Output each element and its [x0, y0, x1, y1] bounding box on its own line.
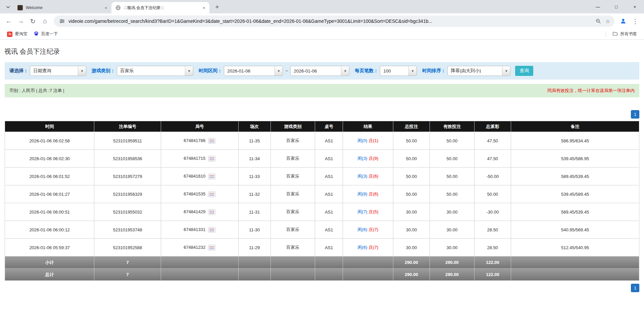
site-info-icon[interactable] [58, 17, 66, 26]
cell-note: 586.95/634.45 [511, 132, 639, 150]
date-start-select[interactable]: 2026-01-06 ▾ [224, 66, 283, 76]
cell-result: 闲(6)庄(7) [343, 239, 393, 257]
cell-bet-id: 523101953748 [94, 221, 161, 239]
tab-welcome[interactable]: Welcome × [13, 2, 111, 13]
bookmark-aitaobao[interactable]: 淘 爱淘宝 [4, 30, 31, 38]
cell-total-bet-link[interactable]: 30.00 [393, 203, 430, 221]
bookmark-baidu[interactable]: 百度一下 [31, 30, 61, 39]
back-icon[interactable]: ← [3, 15, 15, 27]
query-type-select[interactable]: 日期查询 ▾ [30, 66, 86, 76]
cell-total-bet-link[interactable]: 50.00 [393, 132, 430, 150]
date-end-select[interactable]: 2026-01-06 ▾ [290, 66, 349, 76]
result-banker: 庄(5) [368, 209, 378, 214]
reload-icon[interactable]: ↻ [27, 15, 39, 27]
cell-bet-id: 523101957279 [94, 168, 161, 185]
tab-search-icon[interactable] [3, 2, 13, 12]
cell-table-no: AS1 [315, 132, 343, 150]
window-minimize-button[interactable]: — [589, 0, 607, 13]
cell-game-kind: 百家乐 [270, 132, 315, 150]
footer-payout: 122.00 [474, 257, 511, 269]
roadmap-icon[interactable] [208, 227, 215, 233]
result-banker: 庄(6) [368, 191, 378, 196]
chevron-down-icon[interactable]: ▾ [275, 66, 283, 76]
roadmap-icon[interactable] [208, 138, 215, 144]
window-close-button[interactable]: × [626, 0, 644, 13]
browser-toolbar: ← → ↻ ⌂ videoie.com/game/betrecord_searc… [0, 13, 644, 29]
chevron-down-icon[interactable]: ▾ [408, 66, 416, 76]
forward-icon[interactable]: → [15, 15, 27, 27]
cell-time: 2026-01-06 05:59:37 [5, 239, 94, 257]
cell-table-no: AS1 [315, 150, 343, 168]
cell-valid-bet: 30.00 [430, 239, 474, 257]
close-icon[interactable]: × [103, 5, 109, 11]
new-tab-button[interactable]: + [212, 2, 222, 12]
game-kind-select[interactable]: 百家乐 ▾ [117, 66, 193, 76]
cell-total-bet-link[interactable]: 50.00 [393, 168, 430, 185]
table-header-row: 时间注单编号局号场次游戏类别桌号结果总投注有效投注总派彩备注 [5, 121, 639, 132]
chevron-down-icon[interactable]: ▾ [185, 66, 193, 76]
query-type-label: 请选择： [9, 68, 28, 74]
roadmap-icon[interactable] [208, 209, 215, 215]
cell-note: 539.45/589.45 [511, 185, 639, 203]
footer-payout: 122.00 [474, 269, 511, 281]
roadmap-icon[interactable] [208, 174, 215, 179]
cell-bet-id: 523101955032 [94, 203, 161, 221]
col-header-note: 备注 [511, 121, 639, 132]
cell-valid-bet: 50.00 [430, 168, 474, 185]
table-row: 2026-01-06 05:59:37523101952588674841232… [5, 239, 639, 257]
page-1-button[interactable]: 1 [631, 284, 639, 292]
note-warning-text: 同局有效投注，统一计算在该局第一张注单内 [547, 88, 635, 94]
roadmap-icon[interactable] [208, 156, 215, 162]
round-number: 674841331 [184, 227, 205, 232]
cell-note: 589.45/539.45 [511, 168, 639, 185]
menu-icon[interactable]: ⋮ [629, 15, 641, 27]
result-player: 闲(3) [358, 174, 367, 179]
cell-total-bet-link[interactable]: 30.00 [393, 239, 430, 257]
col-header-valid-bet: 有效投注 [430, 121, 474, 132]
page-1-button[interactable]: 1 [631, 110, 639, 119]
chevron-down-icon[interactable]: ▾ [341, 66, 349, 76]
search-button[interactable]: 查询 [515, 66, 533, 76]
footer-valid-bet: 290.00 [430, 269, 474, 281]
roadmap-icon[interactable] [208, 191, 215, 197]
close-icon[interactable]: × [201, 5, 207, 11]
col-header-payout: 总派彩 [474, 121, 511, 132]
footer-valid-bet: 290.00 [430, 257, 474, 269]
all-bookmarks-button[interactable]: 所有书签 [609, 30, 640, 39]
cell-result: 闲(6)庄(7) [343, 221, 393, 239]
window-maximize-button[interactable]: □ [607, 0, 626, 13]
cell-table-no: AS1 [315, 239, 343, 257]
footer-empty [270, 257, 315, 269]
footer-total-bet: 290.00 [393, 257, 430, 269]
cell-time: 2026-01-06 06:02:58 [5, 132, 94, 150]
zoom-icon[interactable] [594, 16, 603, 26]
per-page-select[interactable]: 100 ▾ [380, 66, 417, 76]
chevron-down-icon[interactable]: ▾ [502, 66, 510, 76]
table-row: 2026-01-06 06:02:58523101959511674841786… [5, 132, 639, 150]
roadmap-icon[interactable] [208, 245, 215, 250]
tab-title: :::视讯 会员下注纪录::: [124, 5, 201, 11]
cell-total-bet-link[interactable]: 50.00 [393, 150, 430, 168]
profile-avatar[interactable] [617, 15, 629, 27]
bookmark-star-icon[interactable]: ☆ [603, 16, 612, 26]
table-row: 2026-01-06 06:02:30523101958536674841715… [5, 150, 639, 168]
page-title: 视讯 会员下注纪录 [4, 47, 644, 56]
bookmarks-bar: 淘 爱淘宝 百度一下 所有书签 [0, 29, 644, 40]
total-row: 总计7290.00290.00122.00 [5, 269, 639, 281]
cell-game-kind: 百家乐 [270, 168, 315, 185]
tab-bet-record[interactable]: :::视讯 会员下注纪录::: × [111, 2, 209, 13]
cell-total-bet-link[interactable]: 50.00 [393, 185, 430, 203]
table-row: 2026-01-06 06:00:51523101955032674841429… [5, 203, 639, 221]
home-icon[interactable]: ⌂ [39, 15, 51, 27]
footer-empty [238, 269, 270, 281]
cell-bet-id: 523101956329 [94, 185, 161, 203]
sort-order-select[interactable]: 降幂(由大到小) ▾ [447, 66, 510, 76]
address-bar[interactable]: videoie.com/game/betrecord_search/kind3?… [54, 15, 614, 27]
cell-note: 569.45/539.45 [511, 203, 639, 221]
cell-round: 674841610 [161, 168, 238, 185]
cell-round: 674841232 [161, 239, 238, 257]
url-text[interactable]: videoie.com/game/betrecord_search/kind3?… [68, 18, 594, 24]
chevron-down-icon[interactable]: ▾ [78, 66, 86, 76]
cell-session: 11-30 [238, 221, 270, 239]
cell-total-bet-link[interactable]: 30.00 [393, 221, 430, 239]
